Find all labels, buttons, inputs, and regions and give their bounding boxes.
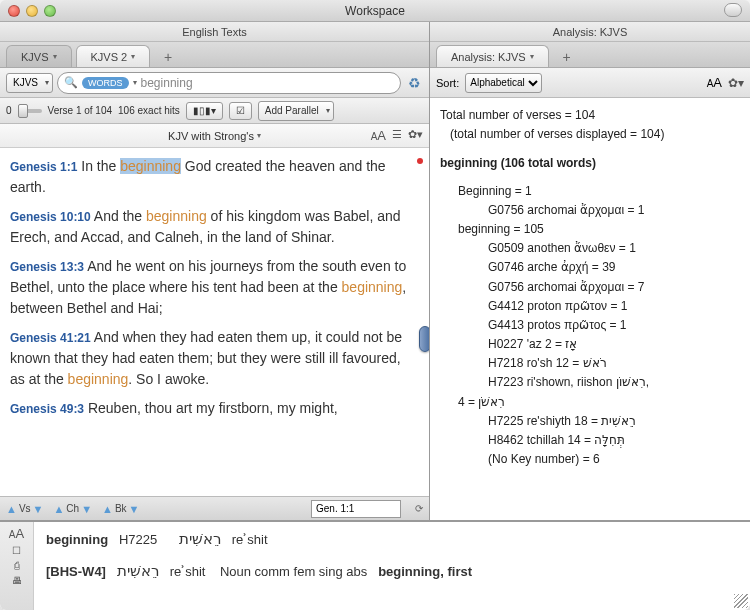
right-tab-row: Analysis: KJVS ▾ +	[430, 42, 750, 68]
verse-list[interactable]: Genesis 1:1 In the beginning God created…	[0, 148, 429, 496]
analysis-item[interactable]: H7225 re'shiyth רֵאשִׁית = 18	[488, 412, 740, 431]
text-name[interactable]: KJV with Strong's	[168, 130, 254, 142]
pin-icon[interactable]: ⎙	[14, 560, 20, 571]
search-hit[interactable]: beginning	[68, 371, 129, 387]
add-tab-button[interactable]: +	[156, 47, 180, 67]
search-icon: 🔍	[64, 76, 78, 89]
search-hit[interactable]: beginning	[146, 208, 207, 224]
verse-row[interactable]: Genesis 41:21 And when they had eaten th…	[10, 327, 419, 390]
tab-label: KJVS	[21, 51, 49, 63]
sort-dropdown[interactable]: Alphabetical	[465, 73, 542, 93]
verse-nav[interactable]: ▲Vs▼	[6, 503, 43, 515]
recycle-icon[interactable]: ♻	[405, 74, 423, 92]
highlight-icon: ☑	[236, 105, 245, 116]
add-parallel-label: Add Parallel	[265, 105, 319, 116]
slider-value: 0	[6, 105, 12, 116]
hits-label: 106 exact hits	[118, 105, 180, 116]
detail-hebrew: רֵאשִׁית	[179, 531, 221, 547]
chapter-nav[interactable]: ▲Ch▼	[53, 503, 92, 515]
verse-ref[interactable]: Genesis 10:10	[10, 210, 91, 224]
font-size-control[interactable]: AA	[371, 128, 386, 143]
module-dropdown-label: KJVS	[13, 77, 38, 88]
sort-label: Sort:	[436, 77, 459, 89]
analysis-group[interactable]: רִאשֹׁן = 4	[458, 393, 740, 412]
verse-ref[interactable]: Genesis 1:1	[10, 160, 77, 174]
chart-button[interactable]: ▮▯▮▾	[186, 102, 223, 120]
context-slider[interactable]	[18, 109, 42, 113]
detail-strong-number: H7225	[119, 532, 157, 547]
verse-ref[interactable]: Genesis 13:3	[10, 260, 84, 274]
mark-button[interactable]: ☑	[229, 102, 252, 120]
analysis-item[interactable]: G0756 archomai ἄρχομαι = 1	[488, 201, 740, 220]
gear-icon[interactable]: ✿▾	[408, 128, 423, 143]
detail-gloss: beginning, first	[378, 564, 472, 579]
results-toolbar: 0 Verse 1 of 104 106 exact hits ▮▯▮▾ ☑ A…	[0, 98, 429, 124]
nav-bar: ▲Vs▼ ▲Ch▼ ▲Bk▼ ⟳	[0, 496, 429, 520]
history-icon[interactable]: ⟳	[415, 503, 423, 514]
scroll-thumb[interactable]	[419, 326, 429, 352]
analysis-item[interactable]: H8462 tchillah תְּחִלָּה = 14	[488, 431, 740, 450]
verse-row[interactable]: Genesis 49:3 Reuben, thou art my firstbo…	[10, 398, 419, 419]
analysis-item[interactable]: G4412 proton πρῶτον = 1	[488, 297, 740, 316]
left-tab-row: KJVS ▾ KJVS 2 ▾ +	[0, 42, 429, 68]
tab-kjvs-2[interactable]: KJVS 2 ▾	[76, 45, 151, 67]
verse-count-label: Verse 1 of 104	[48, 105, 113, 116]
analysis-item[interactable]: G0756 archomai ἄρχομαι = 7	[488, 278, 740, 297]
analysis-item[interactable]: H0227 'az אָז = 2	[488, 335, 740, 354]
headword: beginning (106 total words)	[440, 154, 740, 173]
chevron-down-icon[interactable]: ▾	[133, 78, 137, 87]
verse-ref[interactable]: Genesis 49:3	[10, 402, 84, 416]
tab-analysis[interactable]: Analysis: KJVS ▾	[436, 45, 549, 67]
search-field[interactable]: 🔍 WORDS ▾	[57, 72, 401, 94]
analysis-item[interactable]: G0746 arche ἀρχή = 39	[488, 258, 740, 277]
analysis-item[interactable]: H7218 ro'sh רֹאשׁ = 12	[488, 354, 740, 373]
tab-kjvs[interactable]: KJVS ▾	[6, 45, 72, 67]
tab-label: KJVS 2	[91, 51, 128, 63]
print-icon[interactable]: 🖶	[12, 575, 22, 586]
analysis-item[interactable]: (No Key number) = 6	[488, 450, 740, 469]
bottom-pane: AA ☐ ⎙ 🖶 beginning H7225 רֵאשִׁית reʾshi…	[0, 520, 750, 610]
instant-details: beginning H7225 רֵאשִׁית reʾshit [BHS-W4…	[34, 522, 750, 610]
verse-row[interactable]: Genesis 13:3 And he went on his journeys…	[10, 256, 419, 319]
analysis-item[interactable]: H7223 ri'shown, riishon רִאשׁוֹן,	[488, 373, 740, 392]
gear-icon[interactable]: ✿▾	[728, 76, 744, 90]
font-size-control[interactable]: AA	[707, 75, 722, 90]
right-pane: Analysis: KJVS Analysis: KJVS ▾ + Sort: …	[430, 22, 750, 520]
book-nav[interactable]: ▲Bk▼	[102, 503, 139, 515]
window-title: Workspace	[0, 4, 750, 18]
toolbar-toggle-button[interactable]	[724, 3, 742, 17]
module-dropdown[interactable]: KJVS	[6, 73, 53, 93]
verse-ref[interactable]: Genesis 41:21	[10, 331, 91, 345]
detail-translit: reʾshit	[232, 532, 268, 547]
search-hit[interactable]: beginning	[342, 279, 403, 295]
verse-row[interactable]: Genesis 1:1 In the beginning God created…	[10, 156, 419, 198]
detail-word: beginning	[46, 532, 108, 547]
add-tab-button[interactable]: +	[555, 47, 579, 67]
search-hit[interactable]: beginning	[120, 158, 181, 174]
layout-icon[interactable]: ☰	[392, 128, 402, 143]
resize-grip[interactable]	[734, 594, 748, 608]
search-toolbar: KJVS 🔍 WORDS ▾ ♻	[0, 68, 429, 98]
search-input[interactable]	[141, 76, 394, 90]
reference-input[interactable]	[311, 500, 401, 518]
bottom-tool-strip: AA ☐ ⎙ 🖶	[0, 522, 34, 610]
analysis-item[interactable]: G0509 anothen ἄνωθεν = 1	[488, 239, 740, 258]
search-mode-pill[interactable]: WORDS	[82, 77, 129, 89]
marker-dot	[417, 158, 423, 164]
font-size-control[interactable]: AA	[9, 526, 24, 541]
analysis-group[interactable]: beginning = 105	[458, 220, 740, 239]
analysis-body[interactable]: Total number of verses = 104(total numbe…	[430, 98, 750, 520]
analysis-item[interactable]: G4413 protos πρῶτος = 1	[488, 316, 740, 335]
verse-row[interactable]: Genesis 10:10 And the beginning of his k…	[10, 206, 419, 248]
copy-icon[interactable]: ☐	[12, 545, 21, 556]
left-pane: English Texts KJVS ▾ KJVS 2 ▾ + KJVS 🔍	[0, 22, 430, 520]
tab-label: Analysis: KJVS	[451, 51, 526, 63]
chevron-down-icon[interactable]: ▾	[257, 131, 261, 140]
text-subheader: KJV with Strong's▾ AA ☰ ✿▾	[0, 124, 429, 148]
detail-hebrew-2: רֵאשִׁית	[117, 563, 159, 579]
titlebar: Workspace	[0, 0, 750, 22]
analysis-group[interactable]: Beginning = 1	[458, 182, 740, 201]
bar-chart-icon: ▮▯▮	[193, 105, 211, 116]
add-parallel-dropdown[interactable]: Add Parallel	[258, 101, 334, 121]
detail-tag: [BHS-W4]	[46, 564, 106, 579]
